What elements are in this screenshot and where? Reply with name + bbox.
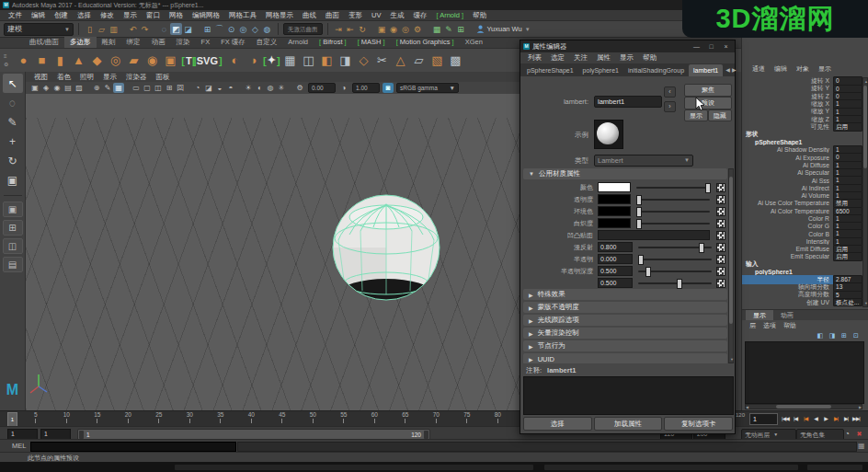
shelf-icon[interactable]: ▱ — [409, 52, 428, 70]
layer-editor-icon[interactable]: ◨ — [828, 331, 837, 340]
texture-map-icon[interactable] — [716, 207, 725, 216]
toolbar-icon[interactable]: ⌒ — [213, 23, 225, 35]
toolbar-icon[interactable]: ↶ — [127, 23, 139, 35]
shelf-tab[interactable]: 曲线/曲面 — [24, 37, 64, 48]
menu-item[interactable]: 编辑 — [27, 10, 50, 20]
attribute-editor-menu-item[interactable]: 关注 — [569, 53, 592, 63]
shelf-icon[interactable]: ▣ — [161, 52, 179, 70]
viewport-menu-item[interactable]: 渲染器 — [121, 73, 152, 82]
common-material-section-header[interactable]: ▼ 公用材质属性 — [523, 168, 727, 179]
shelf-tab[interactable]: XGen — [460, 37, 488, 48]
layout-button[interactable]: ▣ — [3, 201, 23, 217]
shelf-tab[interactable]: 绑定 — [121, 37, 146, 48]
viewport-toolbar-icon[interactable]: ▨ — [74, 83, 85, 93]
viewport-menu-item[interactable]: 显示 — [98, 73, 121, 82]
playback-button[interactable]: ◀ — [811, 412, 820, 424]
toolbar-icon[interactable]: ✎ — [443, 23, 455, 35]
view-transform-dropdown[interactable]: sRGB gamma▼ — [396, 83, 459, 93]
viewport-toolbar-icon[interactable]: ▤ — [63, 83, 74, 93]
channel-value-field[interactable]: 启用 — [833, 122, 862, 131]
incandescence-swatch[interactable] — [598, 218, 631, 228]
close-button[interactable]: × — [720, 42, 732, 52]
collapsed-section-header[interactable]: ▶ UUID — [523, 353, 727, 363]
toolbar-icon[interactable]: ▦ — [431, 23, 443, 35]
viewport-toolbar-icon[interactable]: ◍ — [265, 83, 276, 93]
channel-box-menu-item[interactable]: 编辑 — [770, 64, 792, 75]
shelf-icon[interactable]: ▧ — [428, 52, 446, 70]
incandescence-slider[interactable] — [636, 223, 710, 224]
shelf-options[interactable]: ≡⚙ — [4, 53, 8, 67]
menu-item[interactable]: Arnold — [431, 10, 468, 20]
focus-button[interactable]: 聚焦 — [684, 84, 732, 97]
texture-map-icon[interactable] — [716, 219, 725, 228]
layer-editor-icon[interactable]: ◧ — [816, 331, 825, 340]
node-tab[interactable]: polySphere1 — [578, 64, 623, 76]
shelf-tab[interactable]: 动画 — [146, 37, 171, 48]
toolbar-icon[interactable]: ⇤ — [345, 23, 357, 35]
bump-mapping-field[interactable] — [598, 230, 710, 240]
shelf-tab[interactable]: MASH — [352, 37, 391, 48]
translucence-focus-slider[interactable] — [638, 282, 712, 284]
translucence-slider[interactable] — [638, 259, 712, 260]
tool-button[interactable]: ◌ — [3, 93, 23, 112]
layer-editor-icon[interactable]: ⊡ — [851, 331, 861, 340]
menu-item[interactable]: 网格 — [165, 10, 188, 20]
diffuse-slider[interactable] — [638, 247, 712, 248]
menu-item[interactable]: UV — [367, 10, 385, 20]
layer-list-scrollbar[interactable]: ◀▶ — [745, 404, 862, 409]
color-slider[interactable] — [636, 187, 710, 189]
viewport-toolbar-icon[interactable]: ▭ — [131, 83, 142, 93]
hide-button[interactable]: 隐藏 — [708, 109, 732, 121]
viewport-toolbar-icon[interactable]: ✳ — [276, 83, 287, 93]
channel-row[interactable]: Ai Use Color Temperature 禁用 — [742, 200, 862, 207]
channel-value-field[interactable]: 启用 — [833, 252, 862, 260]
shelf-tab[interactable]: Arnold — [282, 37, 314, 48]
texture-map-icon[interactable] — [716, 279, 725, 288]
viewport-toolbar-icon[interactable]: ◓ — [225, 83, 236, 93]
attribute-editor-menu-item[interactable]: 选定 — [546, 53, 569, 63]
layer-list[interactable] — [745, 341, 864, 404]
viewport-menu-item[interactable]: 照明 — [75, 73, 98, 82]
color-management-icon[interactable]: ◙ — [383, 83, 394, 93]
menu-item[interactable]: 网格显示 — [261, 10, 298, 20]
shelf-icon[interactable]: ◫ — [299, 52, 317, 70]
toolbar-icon[interactable]: ◩ — [170, 23, 182, 35]
channel-row[interactable]: 创建 UV 极点处... — [742, 299, 862, 306]
toolbar-icon[interactable]: ⊞ — [201, 23, 213, 35]
shelf-icon[interactable]: ● — [14, 52, 32, 70]
menu-item[interactable]: 生成 — [385, 10, 408, 20]
no-active-surface-field[interactable]: 无激活曲面 — [283, 23, 323, 35]
shelf-tab[interactable]: FX 缓存 — [215, 37, 251, 48]
viewport-toolbar-icon[interactable]: ☀ — [243, 83, 254, 93]
playback-button[interactable]: ▶▶| — [851, 412, 861, 424]
toolbar-icon[interactable]: ▣ — [376, 23, 388, 35]
collapsed-section-header[interactable]: ▶ 蒙版不透明度 — [523, 302, 727, 313]
viewport-toolbar-icon[interactable]: ◖ — [254, 83, 265, 93]
viewport-toolbar-icon[interactable]: ◉ — [51, 83, 63, 93]
menu-item[interactable]: 修改 — [96, 10, 119, 20]
toolbar-icon[interactable]: ◇ — [249, 23, 261, 35]
viewport-toolbar-icon[interactable]: ◔ — [192, 83, 203, 93]
script-editor-icon[interactable]: ▦ — [858, 442, 865, 450]
time-slider[interactable]: 1 5 10 15 20 25 30 35 40 45 — [0, 410, 868, 427]
viewport-toolbar-icon[interactable]: ▣ — [29, 83, 40, 93]
tool-button[interactable]: ✎ — [3, 112, 23, 132]
viewport-toolbar-icon[interactable]: 回 — [175, 83, 186, 93]
channel-box-menu-item[interactable]: 对象 — [792, 64, 814, 75]
current-time-field[interactable]: 1 — [749, 413, 778, 425]
menu-item[interactable]: 曲面 — [321, 10, 344, 20]
playback-button[interactable]: ▶| — [831, 412, 840, 424]
shelf-icon[interactable]: ◑ — [244, 52, 262, 70]
gamma-field[interactable]: 1.00 — [352, 83, 380, 93]
exposure-field[interactable]: 0.00 — [308, 83, 336, 93]
channel-box-menu-item[interactable]: 显示 — [814, 64, 836, 75]
texture-map-icon[interactable] — [716, 183, 725, 192]
layer-editor-menu-item[interactable]: 选项 — [760, 321, 780, 330]
viewport-toolbar-icon[interactable]: ▦ — [113, 83, 124, 93]
exposure-gear-icon[interactable]: ⚙ — [294, 83, 305, 93]
layer-editor-menu-item[interactable]: 帮助 — [780, 321, 800, 330]
layout-button[interactable]: ▤ — [3, 257, 23, 272]
viewport-toolbar-icon[interactable]: ✎ — [102, 83, 113, 93]
playback-button[interactable]: ▶ — [821, 412, 830, 424]
swatch-prev-icon[interactable]: ‹ — [664, 86, 676, 98]
